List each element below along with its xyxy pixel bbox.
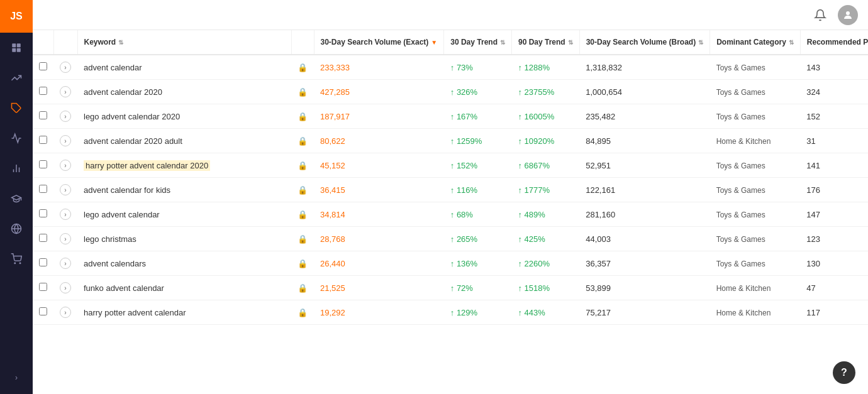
dominant-category: Toys & Games	[716, 112, 765, 121]
sidebar-logo[interactable]: JS	[0, 0, 33, 33]
th-trend-90[interactable]: 90 Day Trend ⇅	[511, 30, 579, 55]
th-recommended-promotions[interactable]: Recommended Promotions ⇅	[800, 30, 868, 55]
trend-90-value: ↑ 6867%	[518, 161, 550, 170]
keyword-text: harry potter advent calendar 2020	[84, 160, 210, 171]
trend-30-value: ↑ 326%	[450, 87, 477, 97]
table-row: ›lego christmas🔒28,768↑ 265%↑ 425%44,003…	[33, 227, 868, 251]
row-checkbox[interactable]	[39, 62, 47, 70]
row-expand-button[interactable]: ›	[60, 160, 71, 171]
table-row: ›harry potter advent calendar🔒19,292↑ 12…	[33, 300, 868, 325]
lock-icon[interactable]: 🔒	[298, 210, 308, 219]
trend-90-value: ↑ 489%	[518, 210, 545, 219]
th-keyword[interactable]: Keyword ⇅	[77, 30, 291, 55]
row-expand-button[interactable]: ›	[60, 258, 71, 269]
sidebar-expand-button[interactable]: ›	[0, 366, 33, 389]
sidebar-bottom: ›	[0, 366, 33, 394]
sidebar-item-dashboard[interactable]	[0, 33, 33, 63]
lock-icon[interactable]: 🔒	[298, 259, 308, 268]
trend-30-value: ↑ 129%	[450, 308, 477, 317]
row-expand-button[interactable]: ›	[60, 233, 71, 244]
lock-icon[interactable]: 🔒	[298, 185, 308, 195]
search-vol-broad: 36,357	[586, 259, 611, 268]
row-checkbox[interactable]	[39, 307, 47, 315]
svg-point-11	[19, 263, 21, 264]
svg-rect-2	[12, 48, 16, 52]
dominant-category: Home & Kitchen	[716, 309, 771, 317]
search-vol-broad: 281,160	[586, 210, 615, 219]
main-area: Keyword ⇅ 30-Day Search Volume (Exact) ▼	[33, 0, 868, 394]
lock-icon[interactable]: 🔒	[298, 283, 308, 293]
keyword-sort-icon: ⇅	[118, 39, 123, 46]
row-expand-button[interactable]: ›	[60, 282, 71, 293]
user-avatar[interactable]	[838, 5, 858, 25]
th-dominant-category[interactable]: Dominant Category ⇅	[710, 30, 801, 55]
dominant-category: Home & Kitchen	[716, 284, 771, 293]
help-button[interactable]: ?	[833, 361, 855, 384]
sidebar-item-keywords[interactable]	[0, 93, 33, 123]
search-vol-exact: 80,622	[320, 136, 345, 146]
lock-icon[interactable]: 🔒	[298, 308, 308, 317]
row-expand-button[interactable]: ›	[60, 209, 71, 220]
row-expand-button[interactable]: ›	[60, 86, 71, 97]
trend-30-value: ↑ 68%	[450, 210, 473, 219]
row-expand-button[interactable]: ›	[60, 62, 71, 73]
row-expand-button[interactable]: ›	[60, 135, 71, 146]
lock-icon[interactable]: 🔒	[298, 63, 308, 72]
row-checkbox[interactable]	[39, 283, 47, 291]
table-row: ›advent calendar 2020🔒427,285↑ 326%↑ 237…	[33, 80, 868, 104]
notification-bell[interactable]	[810, 5, 830, 25]
th-trend-30[interactable]: 30 Day Trend ⇅	[444, 30, 512, 55]
table-row: ›harry potter advent calendar 2020🔒45,15…	[33, 153, 868, 178]
search-vol-broad: 235,482	[586, 112, 615, 121]
row-checkbox[interactable]	[39, 136, 47, 144]
row-checkbox[interactable]	[39, 258, 47, 266]
table-body: ›advent calendar🔒233,333↑ 73%↑ 1288%1,31…	[33, 55, 868, 325]
trend-90-value: ↑ 23755%	[518, 87, 554, 97]
sidebar-item-training[interactable]	[0, 183, 33, 214]
lock-icon[interactable]: 🔒	[298, 234, 308, 244]
lock-icon[interactable]: 🔒	[298, 161, 308, 170]
row-checkbox[interactable]	[39, 111, 47, 119]
row-expand-button[interactable]: ›	[60, 111, 71, 122]
row-checkbox[interactable]	[39, 185, 47, 193]
trend-90-value: ↑ 1777%	[518, 185, 550, 195]
sidebar-item-analytics[interactable]	[0, 153, 33, 183]
th-search-vol-exact[interactable]: 30-Day Search Volume (Exact) ▼	[314, 30, 444, 55]
dominant-category: Toys & Games	[716, 260, 765, 268]
recommended-promotions: 324	[806, 87, 820, 97]
svg-point-12	[846, 11, 850, 15]
th-search-vol-broad[interactable]: 30-Day Search Volume (Broad) ⇅	[579, 30, 710, 55]
row-checkbox[interactable]	[39, 209, 47, 217]
sidebar-item-trends[interactable]	[0, 63, 33, 93]
row-checkbox[interactable]	[39, 87, 47, 95]
keyword-text: advent calendar 2020	[84, 87, 162, 97]
th-checkbox	[33, 30, 53, 55]
trend-30-value: ↑ 72%	[450, 283, 473, 293]
th-lock	[291, 30, 314, 55]
row-checkbox[interactable]	[39, 234, 47, 242]
search-vol-sort-icon: ▼	[431, 39, 437, 46]
dominant-category: Home & Kitchen	[716, 137, 771, 146]
dominant-category: Toys & Games	[716, 161, 765, 170]
recommended-promotions: 147	[806, 210, 820, 219]
svg-rect-1	[17, 43, 21, 47]
lock-icon[interactable]: 🔒	[298, 136, 308, 146]
keyword-text: advent calendar for kids	[84, 185, 170, 195]
row-expand-button[interactable]: ›	[60, 307, 71, 318]
trend-30-value: ↑ 116%	[450, 185, 477, 195]
table-container[interactable]: Keyword ⇅ 30-Day Search Volume (Exact) ▼	[33, 30, 868, 394]
recommended-promotions: 130	[806, 259, 820, 268]
lock-icon[interactable]: 🔒	[298, 112, 308, 121]
sidebar-item-campaigns[interactable]	[0, 123, 33, 153]
lock-icon[interactable]: 🔒	[298, 87, 308, 97]
recommended-promotions: 117	[806, 308, 820, 317]
row-expand-button[interactable]: ›	[60, 184, 71, 195]
recommended-promotions: 31	[806, 136, 815, 146]
search-vol-broad: 44,003	[586, 234, 611, 244]
sidebar-item-shop[interactable]	[0, 244, 33, 274]
table-row: ›lego advent calendar🔒34,814↑ 68%↑ 489%2…	[33, 202, 868, 227]
sidebar: JS ›	[0, 0, 33, 394]
sidebar-item-browser[interactable]	[0, 214, 33, 244]
search-vol-exact: 34,814	[320, 210, 345, 219]
row-checkbox[interactable]	[39, 160, 47, 168]
